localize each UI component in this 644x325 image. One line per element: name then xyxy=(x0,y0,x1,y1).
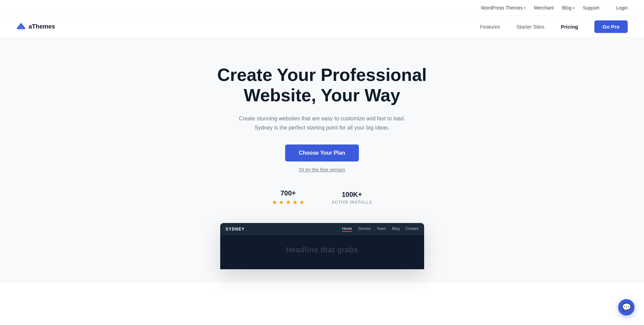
star-2: ★ xyxy=(279,199,284,206)
hero-section: Create Your Professional Website, Your W… xyxy=(0,38,644,283)
star-3: ★ xyxy=(285,199,291,206)
browser-headline: Headline that grabs xyxy=(286,245,358,254)
free-version-link[interactable]: Or try the free version xyxy=(299,167,345,172)
go-pro-button[interactable]: Go Pro xyxy=(594,20,628,33)
browser-nav-home: Home xyxy=(342,226,352,232)
reviews-count: 700+ xyxy=(280,189,296,197)
hero-subtitle: Create stunning websites that are easy t… xyxy=(239,114,405,132)
main-nav-links: Features Starter Sites Pricing xyxy=(480,24,578,30)
logo-text: aThemes xyxy=(29,23,55,30)
star-4: ★ xyxy=(292,199,298,206)
chevron-down-icon: ▾ xyxy=(573,6,575,10)
star-rating: ★ ★ ★ ★ ★ xyxy=(272,199,304,206)
browser-nav-service: Service xyxy=(358,226,371,232)
logo-icon xyxy=(16,23,26,31)
installs-count: 100K+ xyxy=(342,191,362,199)
browser-nav-blog: Blog xyxy=(392,226,400,232)
reviews-stat: 700+ ★ ★ ★ ★ ★ xyxy=(272,189,304,206)
logo[interactable]: aThemes xyxy=(16,23,55,31)
browser-bar: SYDNEY Home Service Team Blog Contact xyxy=(220,223,424,235)
nav-divider xyxy=(608,5,608,11)
preview-section: SYDNEY Home Service Team Blog Contact He… xyxy=(16,223,628,269)
installs-stat: 100K+ ACTIVE INSTALLS xyxy=(332,191,372,205)
top-nav-links: WordPress Themes ▾ Merchant Blog ▾ Suppo… xyxy=(481,5,628,11)
browser-content: Headline that grabs xyxy=(220,235,424,269)
nav-starter-sites[interactable]: Starter Sites xyxy=(517,24,545,30)
stats-section: 700+ ★ ★ ★ ★ ★ 100K+ ACTIVE INSTALLS xyxy=(272,189,372,206)
browser-nav-team: Team xyxy=(377,226,386,232)
main-navigation: aThemes Features Starter Sites Pricing G… xyxy=(0,16,644,38)
preview-browser: SYDNEY Home Service Team Blog Contact He… xyxy=(220,223,424,269)
nav-features[interactable]: Features xyxy=(480,24,500,30)
chat-button[interactable]: 💬 xyxy=(618,299,634,315)
top-nav-login[interactable]: Login xyxy=(616,5,628,11)
chat-icon: 💬 xyxy=(622,303,631,312)
star-5: ★ xyxy=(299,199,304,206)
top-nav-blog[interactable]: Blog ▾ xyxy=(562,5,575,11)
nav-pricing[interactable]: Pricing xyxy=(561,24,578,30)
top-nav-support[interactable]: Support xyxy=(583,5,599,11)
top-navigation: WordPress Themes ▾ Merchant Blog ▾ Suppo… xyxy=(0,0,644,16)
star-1: ★ xyxy=(272,199,277,206)
choose-plan-button[interactable]: Choose Your Plan xyxy=(285,144,359,161)
browser-nav: Home Service Team Blog Contact xyxy=(342,226,419,232)
installs-label: ACTIVE INSTALLS xyxy=(332,200,372,205)
top-nav-merchant[interactable]: Merchant xyxy=(534,5,554,11)
browser-site-name: SYDNEY xyxy=(226,227,245,232)
browser-nav-contact: Contact xyxy=(406,226,419,232)
top-nav-wordpress-themes[interactable]: WordPress Themes ▾ xyxy=(481,5,526,11)
chevron-down-icon: ▾ xyxy=(524,6,526,10)
hero-title: Create Your Professional Website, Your W… xyxy=(217,65,427,106)
